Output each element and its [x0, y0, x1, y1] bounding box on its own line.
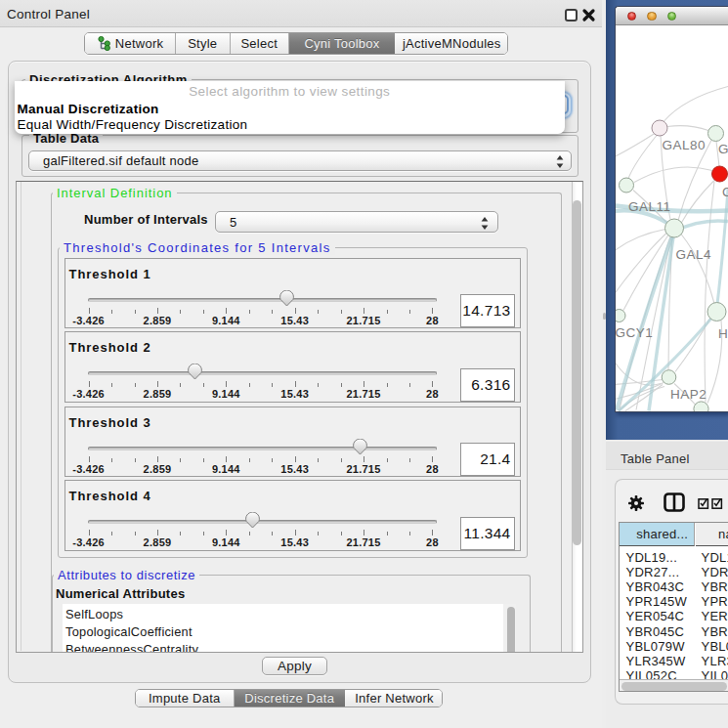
- svg-text:HAP2: HAP2: [670, 387, 707, 402]
- svg-text:GAL...: GAL...: [718, 141, 728, 155]
- svg-text:C...: C...: [722, 185, 728, 199]
- svg-text:GAL4: GAL4: [676, 246, 712, 261]
- svg-text:GCY1: GCY1: [616, 325, 653, 340]
- svg-text:HA...: HA...: [718, 326, 728, 341]
- svg-text:GAL11: GAL11: [628, 199, 671, 214]
- svg-text:GAL80: GAL80: [663, 138, 707, 152]
